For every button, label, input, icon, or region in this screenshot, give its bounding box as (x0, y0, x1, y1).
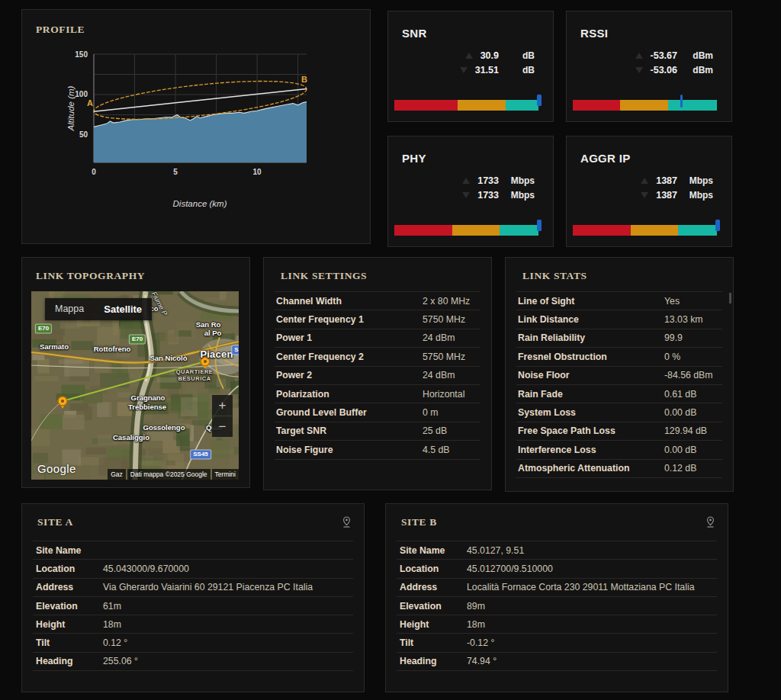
row-value: 61m (103, 601, 121, 612)
google-map[interactable]: Mappa Satellite coFiume PSan Roal PoSarm… (31, 291, 239, 480)
value: 30.9 (480, 50, 499, 61)
row-label: Tilt (397, 637, 467, 648)
row-value: 24 dBm (423, 370, 455, 381)
row-label: Site Name (397, 545, 467, 556)
row-value: -84.56 dBm (664, 370, 713, 381)
row-label: Center Frequency 2 (275, 352, 423, 362)
row-value: 0.12 dB (664, 463, 696, 474)
attribution-partial: Gaz (108, 469, 126, 480)
row-value: 0.61 dB (664, 389, 696, 400)
row-value: Via Gherardo Vaiarini 60 29121 Piacenza … (103, 582, 313, 592)
downlink-row: 1387 Mbps (567, 188, 713, 202)
svg-text:B: B (301, 75, 307, 84)
table-row: Rain Fade0.61 dB (516, 385, 722, 403)
row-label: Link Distance (516, 314, 664, 325)
terms-link[interactable]: Termini (212, 469, 239, 480)
row-label: Rain Reliability (516, 332, 664, 343)
profile-panel: PROFILE AB051050100150Distance (km)Altit… (21, 9, 371, 244)
table-row: Height18m (397, 615, 717, 634)
unit: Mbps (681, 175, 713, 186)
table-row: Location45.043000/9.670000 (33, 560, 353, 578)
zoom-out-button[interactable]: − (212, 416, 233, 437)
svg-text:Altitude (m): Altitude (m) (66, 85, 76, 131)
row-label: Elevation (397, 601, 467, 612)
google-logo[interactable]: Google (37, 462, 76, 475)
down-arrow-icon (635, 67, 643, 73)
row-label: Target SNR (275, 425, 423, 436)
table-row: Power 224 dBm (275, 367, 480, 385)
gauge-marker (537, 220, 542, 231)
table-row: Height18m (33, 615, 353, 634)
row-value: 24 dBm (423, 332, 455, 343)
location-pin-icon[interactable] (342, 516, 352, 531)
row-value: 0 % (664, 352, 680, 362)
map-type-satellite-button[interactable]: Satellite (94, 298, 152, 320)
aggr-ip-card: AGGR IP 1387 Mbps 1387 Mbps (566, 136, 732, 247)
table-row: Interference Loss0.00 dB (516, 441, 722, 459)
svg-text:50: 50 (79, 130, 88, 139)
up-arrow-icon (465, 53, 473, 59)
table-row: Location45.012700/9.510000 (397, 560, 717, 578)
row-value: 5750 MHz (423, 314, 465, 325)
card-title: AGGR IP (580, 152, 630, 165)
phy-card: PHY 1733 Mbps 1733 Mbps (387, 136, 554, 247)
row-value: 45.012700/9.510000 (467, 564, 553, 574)
unit: dBm (681, 65, 713, 75)
svg-text:A: A (87, 98, 93, 108)
table-row: Site Name (33, 541, 353, 560)
row-label: Fresnel Obstruction (516, 352, 664, 362)
table-row: Elevation61m (33, 597, 353, 615)
unit: dBm (681, 50, 713, 61)
panel-title: PROFILE (36, 24, 85, 36)
map-type-mappa-button[interactable]: Mappa (45, 298, 94, 320)
map-attribution: Gaz Dati mappa ©2025 Google Termini (108, 469, 239, 480)
uplink-row: 30.9 dB (388, 48, 535, 63)
row-label: Noise Figure (275, 445, 423, 455)
site-b-table: Site Name45.0127, 9.51Location45.012700/… (397, 541, 717, 671)
svg-text:100: 100 (75, 90, 88, 98)
row-label: Location (33, 564, 103, 574)
table-row: Power 124 dBm (275, 329, 480, 348)
table-row: Elevation89m (397, 597, 717, 615)
row-label: System Loss (516, 407, 664, 418)
row-value: 74.94 ° (467, 656, 497, 666)
map-zoom-control: + − (212, 395, 233, 437)
link-settings-table: Channel Width2 x 80 MHzCenter Frequency … (275, 291, 480, 460)
row-value: 18m (103, 619, 121, 630)
zoom-in-button[interactable]: + (212, 395, 233, 416)
snr-card: SNR 30.9 dB 31.51 dB (387, 11, 554, 122)
row-label: Interference Loss (516, 445, 664, 455)
panel-title: LINK SETTINGS (281, 270, 367, 282)
row-label: Address (33, 582, 103, 592)
unit: Mbps (681, 190, 713, 201)
scrollbar-thumb[interactable] (729, 293, 731, 303)
table-row: Center Frequency 15750 MHz (275, 310, 480, 329)
table-row: Site Name45.0127, 9.51 (397, 541, 717, 560)
row-value: 255.06 ° (103, 656, 138, 666)
table-row: Line of SightYes (516, 292, 722, 310)
table-row: Noise Figure4.5 dB (275, 441, 480, 459)
table-row: Link Distance13.03 km (516, 310, 722, 329)
table-row: Channel Width2 x 80 MHz (275, 292, 480, 310)
row-label: Power 1 (275, 332, 423, 343)
road-badge: SS45 (190, 450, 211, 460)
signal-gauge (394, 225, 538, 236)
unit: Mbps (503, 175, 535, 186)
row-value: 129.94 dB (664, 425, 707, 436)
svg-text:150: 150 (75, 50, 88, 59)
table-row: Free Space Path Loss129.94 dB (516, 422, 722, 441)
row-value: 2 x 80 MHz (423, 296, 470, 307)
card-title: PHY (402, 152, 426, 165)
row-label: Tilt (33, 637, 103, 648)
location-pin-icon[interactable] (705, 516, 715, 531)
row-value: 13.03 km (664, 314, 703, 325)
row-label: Power 2 (275, 370, 423, 381)
row-label: Heading (397, 656, 467, 666)
table-row: Center Frequency 25750 MHz (275, 348, 480, 366)
row-value: 4.5 dB (423, 445, 450, 455)
row-label: Rain Fade (516, 389, 664, 400)
panel-title: LINK TOPOGRAPHY (36, 270, 145, 282)
row-value: 45.0127, 9.51 (467, 545, 524, 556)
row-label: Atmospheric Attenuation (516, 463, 664, 474)
table-row: PolarizationHorizontal (275, 385, 480, 403)
